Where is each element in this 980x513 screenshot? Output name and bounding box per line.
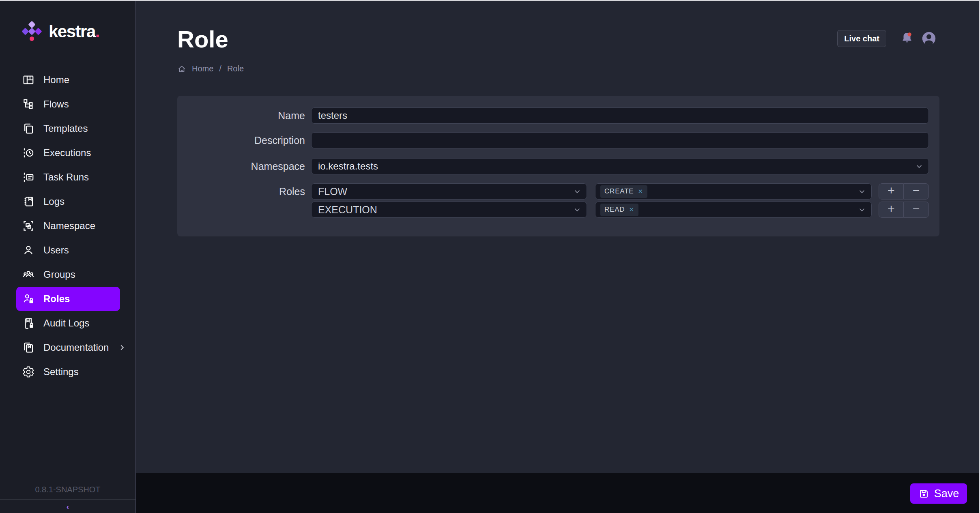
name-row: Name [177,107,939,124]
sidebar-item-label: Logs [43,196,64,207]
chevron-down-icon [858,187,866,196]
remove-tag-icon[interactable]: ✕ [638,188,643,194]
sidebar-item-label: Groups [43,269,75,280]
sidebar-item-label: Documentation [43,342,109,353]
roles-label: Roles [177,186,311,197]
save-button[interactable]: Save [910,483,967,504]
role-permissions-select[interactable]: READ ✕ [595,202,872,218]
app-version: 0.8.1-SNAPSHOT [0,485,135,499]
sidebar-item-logs[interactable]: Logs [16,189,120,214]
save-icon [918,488,929,499]
kestra-logo-icon [22,21,42,42]
page-title: Role [177,26,228,53]
save-button-label: Save [934,487,959,500]
role-type-value: FLOW [312,186,347,197]
live-chat-button[interactable]: Live chat [837,30,886,47]
namespace-frame-icon [22,220,34,232]
sidebar-item-label: Executions [43,147,91,159]
role-type-select[interactable]: FLOW [311,183,587,200]
namespace-label: Namespace [177,161,311,172]
sidebar-item-label: Task Runs [43,172,89,183]
role-form-card: Name Description Namespace io.kestra.tes… [177,96,939,236]
name-input[interactable] [311,107,929,124]
sidebar: kestra. Home Flows Templates Execution [0,1,136,513]
add-role-row-button[interactable]: + [879,202,904,218]
permission-tag-label: CREATE [604,187,634,195]
sidebar-item-label: Flows [43,99,69,110]
chevron-right-icon [118,343,127,352]
sidebar-footer: 0.8.1-SNAPSHOT ‹ [0,485,135,513]
sidebar-item-label: Settings [43,366,79,378]
chevron-down-icon [573,205,582,214]
sidebar-item-label: Roles [43,293,70,305]
sidebar-collapse-bar: ‹ [0,499,135,513]
namespace-row: Namespace io.kestra.tests [177,158,939,174]
sidebar-item-label: Audit Logs [43,318,89,329]
breadcrumb-current: Role [227,64,244,73]
account-lock-icon [22,293,34,305]
roles-row-1: Roles FLOW CREATE ✕ + − [177,183,939,200]
sidebar-nav: Home Flows Templates Executions Task Run [0,68,135,384]
book-lock-icon [22,317,34,329]
sidebar-item-users[interactable]: Users [16,238,120,262]
role-type-select[interactable]: EXECUTION [311,202,587,218]
sidebar-item-audit-logs[interactable]: Audit Logs [16,311,120,335]
book-multiple-icon [22,341,34,354]
account-group-icon [22,268,34,281]
sidebar-item-label: Users [43,245,69,256]
sidebar-item-label: Templates [43,123,88,134]
permission-tag: READ ✕ [600,204,638,216]
home-icon [177,64,186,73]
description-input[interactable] [311,132,929,148]
timeline-clock-icon [22,147,34,159]
kestra-logo[interactable]: kestra. [0,1,135,43]
permission-tag-label: READ [604,206,625,214]
sidebar-item-flows[interactable]: Flows [16,92,120,116]
role-type-value: EXECUTION [312,204,377,216]
remove-tag-icon[interactable]: ✕ [629,206,634,212]
chevron-down-icon [915,162,924,171]
copy-icon [22,122,34,135]
description-row: Description [177,132,939,148]
bottom-action-bar: Save [136,473,980,513]
sidebar-item-settings[interactable]: Settings [16,360,120,384]
namespace-value: io.kestra.tests [312,161,378,172]
breadcrumb: Home / Role [177,64,244,73]
chevron-down-icon [858,205,866,214]
sidebar-item-documentation[interactable]: Documentation [16,335,120,360]
add-role-row-button[interactable]: + [879,183,904,200]
notebook-icon [22,195,34,208]
kestra-logo-text: kestra. [49,23,99,40]
remove-role-row-button[interactable]: − [904,202,929,218]
topbar-actions: Live chat [837,30,937,47]
sidebar-item-roles[interactable]: Roles [16,287,120,311]
file-tree-icon [22,98,34,110]
timeline-text-icon [22,171,34,183]
description-label: Description [177,135,311,146]
window-top-edge [0,0,980,1]
remove-role-row-button[interactable]: − [904,183,929,200]
account-avatar-icon[interactable] [921,31,937,46]
dashboard-icon [22,74,34,86]
sidebar-item-executions[interactable]: Executions [16,141,120,165]
sidebar-item-templates[interactable]: Templates [16,116,120,141]
sidebar-item-label: Namespace [43,220,95,232]
sidebar-item-task-runs[interactable]: Task Runs [16,165,120,189]
role-permissions-select[interactable]: CREATE ✕ [595,183,872,200]
role-row-actions: + − [879,202,929,218]
breadcrumb-separator: / [219,64,221,73]
permission-tag: CREATE ✕ [600,185,647,198]
roles-row-2: EXECUTION READ ✕ + − [177,202,939,218]
namespace-select[interactable]: io.kestra.tests [311,158,929,174]
sidebar-item-home[interactable]: Home [16,68,120,92]
name-label: Name [177,110,311,122]
account-icon [22,244,34,256]
notifications-bell-icon[interactable] [899,31,915,46]
cog-icon [22,366,34,378]
sidebar-item-namespace[interactable]: Namespace [16,214,120,238]
collapse-sidebar-icon[interactable]: ‹ [67,502,69,511]
role-row-actions: + − [879,183,929,200]
breadcrumb-home[interactable]: Home [192,64,213,73]
sidebar-item-groups[interactable]: Groups [16,262,120,287]
sidebar-item-label: Home [43,74,69,86]
